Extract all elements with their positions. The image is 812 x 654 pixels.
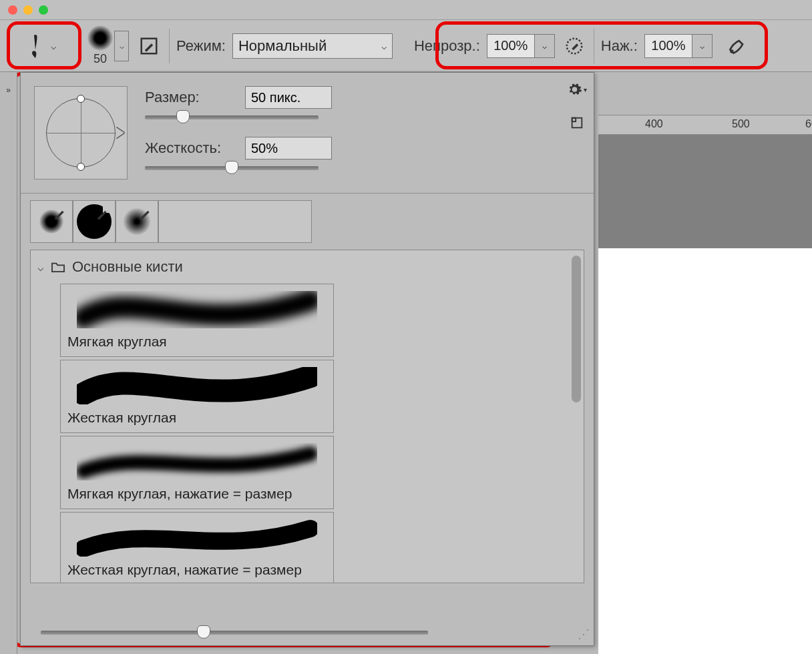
opacity-field[interactable]: 100% — [487, 34, 535, 58]
svg-rect-3 — [572, 118, 582, 128]
titlebar — [0, 0, 812, 20]
size-slider[interactable] — [145, 115, 319, 119]
window-zoom-button[interactable] — [39, 5, 48, 15]
brush-size-indicator: 50 — [93, 52, 107, 66]
svg-point-2 — [730, 49, 733, 53]
brush-preset-item[interactable]: Мягкая круглая — [60, 284, 334, 357]
recent-brush-item[interactable] — [30, 200, 73, 243]
brush-preset-item[interactable]: Жесткая круглая, нажатие = размер — [60, 512, 334, 583]
recent-brushes-empty — [158, 200, 312, 243]
brush-preset-name: Жесткая круглая — [67, 410, 327, 426]
brush-settings-toggle[interactable] — [136, 33, 162, 59]
brush-preset-item[interactable]: Жесткая круглая — [60, 360, 334, 433]
gear-icon — [567, 81, 582, 97]
chevron-down-icon: ⌵ — [542, 41, 547, 51]
pressure-opacity-toggle[interactable] — [562, 33, 587, 59]
brush-angle-widget[interactable] — [34, 86, 128, 180]
horizontal-ruler: 400 500 600 — [598, 115, 812, 135]
airbrush-icon — [727, 35, 748, 57]
current-tool-dropdown[interactable]: ⌵ — [7, 23, 73, 69]
chevron-down-icon: ⌵ — [37, 261, 44, 274]
folder-icon — [51, 261, 65, 273]
brush-folder-header[interactable]: ⌵ Основные кисти — [31, 250, 584, 284]
brush-preset-panel: ▾ Размер: 50 пикс. — [20, 72, 594, 646]
slider-thumb[interactable] — [197, 625, 210, 639]
pen-badge-icon — [51, 203, 70, 222]
brush-folder-label: Основные кисти — [72, 258, 183, 276]
recent-brush-item[interactable] — [116, 200, 158, 243]
brush-preset-name: Жесткая круглая, нажатие = размер — [67, 562, 327, 578]
recent-brushes — [21, 194, 594, 250]
chevron-down-icon: ⌵ — [700, 41, 704, 51]
slider-thumb[interactable] — [225, 161, 238, 174]
opacity-dropdown[interactable]: ⌵ — [535, 34, 555, 58]
angle-handle[interactable] — [77, 95, 85, 103]
expand-tools-icon[interactable]: » — [2, 85, 15, 95]
scrollbar-thumb[interactable] — [572, 256, 581, 402]
pressure-opacity-icon — [564, 36, 584, 56]
flow-dropdown[interactable]: ⌵ — [692, 34, 713, 58]
canvas-background — [598, 135, 812, 654]
chevron-down-icon: ⌵ — [51, 41, 56, 51]
hardness-slider[interactable] — [145, 166, 319, 170]
brush-stroke-preview — [67, 366, 327, 406]
preview-size-slider[interactable] — [41, 631, 428, 635]
hardness-label: Жесткость: — [145, 139, 232, 157]
brush-icon — [19, 29, 51, 61]
brush-panel-icon — [139, 36, 159, 56]
chevron-down-icon: ⌵ — [381, 41, 387, 51]
new-preset-button[interactable] — [567, 113, 587, 133]
flow-field[interactable]: 100% — [644, 34, 692, 58]
brush-preset-item[interactable]: Мягкая круглая, нажатие = размер — [60, 436, 334, 509]
tools-panel-collapsed: » — [0, 72, 17, 654]
angle-handle[interactable] — [77, 163, 85, 171]
resize-grip-icon[interactable]: ⋰ — [578, 627, 590, 641]
size-label: Размер: — [145, 89, 232, 106]
brush-preview: 50 — [87, 25, 113, 66]
pen-badge-icon — [137, 203, 156, 222]
recent-brush-item[interactable] — [73, 200, 116, 243]
angle-direction-icon — [116, 127, 124, 138]
window-close-button[interactable] — [8, 5, 17, 15]
brush-preset-dropdown[interactable]: ⌵ — [114, 31, 129, 61]
brush-preset-name: Мягкая круглая, нажатие = размер — [67, 486, 327, 502]
options-bar: ⌵ 50 ⌵ Режим: Нормальный ⌵ Непрозр.: 100… — [0, 20, 812, 72]
airbrush-toggle[interactable] — [725, 33, 750, 59]
blend-mode-value: Нормальный — [238, 37, 327, 55]
brush-preset-name: Мягкая круглая — [67, 334, 327, 350]
svg-rect-4 — [572, 118, 576, 122]
brush-stroke-preview — [67, 442, 327, 482]
slider-thumb[interactable] — [176, 110, 190, 123]
chevron-down-icon: ▾ — [584, 86, 587, 93]
blend-mode-select[interactable]: Нормальный ⌵ — [232, 33, 393, 59]
panel-settings-button[interactable]: ▾ — [567, 79, 587, 99]
chevron-down-icon: ⌵ — [120, 41, 124, 51]
size-field[interactable]: 50 пикс. — [245, 86, 332, 109]
pen-badge-icon — [94, 203, 113, 222]
brush-stroke-preview — [67, 290, 327, 330]
brush-tip-preview-icon — [87, 25, 113, 51]
hardness-field[interactable]: 50% — [245, 137, 332, 159]
canvas[interactable] — [598, 248, 812, 654]
new-preset-icon — [570, 115, 584, 130]
flow-label: Наж.: — [601, 37, 638, 55]
mode-label: Режим: — [176, 37, 226, 55]
brush-preset-list: ⌵ Основные кисти Мягкая круглаяЖесткая к… — [30, 250, 584, 583]
opacity-label: Непрозр.: — [414, 37, 480, 55]
window-minimize-button[interactable] — [23, 5, 33, 15]
brush-stroke-preview — [67, 518, 327, 558]
